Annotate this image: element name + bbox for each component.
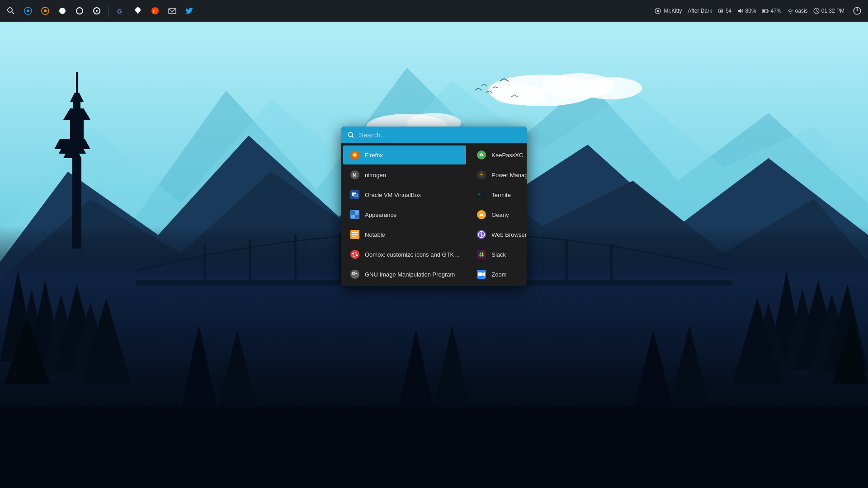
svg-point-113 [477, 210, 486, 219]
svg-point-126 [354, 256, 355, 257]
app-item-slack[interactable]: Slack [470, 245, 527, 264]
svg-rect-131 [482, 252, 483, 257]
app-item-notable[interactable]: Notable [343, 225, 466, 244]
svg-point-122 [350, 250, 359, 259]
svg-point-8 [579, 77, 642, 99]
taskbar-music[interactable]: Mr.Kitty – After Dark [655, 8, 712, 14]
taskbar-app-twitter[interactable] [182, 4, 197, 18]
wifi-value: oasis [795, 8, 808, 14]
svg-rect-31 [565, 239, 568, 280]
taskbar-app-email[interactable] [165, 4, 179, 18]
app-name-notable: Notable [365, 231, 385, 238]
svg-rect-129 [479, 255, 484, 256]
app-item-keepassxc[interactable]: KeePassXC [470, 145, 527, 164]
app-item-oomox[interactable]: Oomox: customize icons and GTK… [343, 245, 466, 264]
svg-marker-82 [738, 9, 741, 13]
app-name-power-manager: Power Manager [491, 172, 527, 178]
svg-rect-128 [479, 253, 484, 254]
svg-line-89 [816, 11, 818, 12]
svg-rect-23 [203, 244, 206, 280]
svg-text:G: G [117, 8, 122, 15]
taskbar-app-google[interactable]: G [113, 4, 128, 18]
svg-point-56 [8, 8, 12, 12]
battery-value: 47% [771, 8, 782, 14]
web-browser-icon [476, 229, 487, 240]
svg-point-98 [481, 155, 482, 156]
app-item-zoom[interactable]: Zoom [470, 265, 527, 284]
keepassxc-icon [476, 150, 487, 160]
taskbar-search-button[interactable] [4, 4, 18, 18]
music-icon [655, 8, 661, 14]
svg-rect-135 [478, 272, 482, 276]
taskbar-app-settings1[interactable] [21, 4, 35, 18]
gimp-icon [349, 269, 360, 280]
app-item-gimp[interactable]: GNU Image Manipulation Program [343, 265, 466, 284]
svg-point-133 [352, 272, 355, 275]
taskbar-wifi: oasis [787, 8, 808, 14]
svg-rect-12 [72, 158, 81, 249]
svg-point-123 [352, 253, 354, 254]
app-name-gimp: GNU Image Manipulation Program [365, 271, 455, 278]
svg-rect-16 [70, 117, 84, 145]
app-item-geany[interactable]: Geany [470, 205, 527, 224]
svg-rect-85 [763, 10, 765, 12]
svg-point-86 [789, 13, 790, 14]
app-item-appearance[interactable]: Appearance [343, 205, 466, 224]
app-name-oomox: Oomox: customize icons and GTK… [365, 251, 460, 258]
taskbar-volume[interactable]: 80% [737, 8, 756, 14]
app-item-power-manager[interactable]: Power Manager [470, 165, 527, 184]
app-item-firefox[interactable]: Firefox [343, 145, 466, 164]
firefox-icon [349, 150, 360, 160]
taskbar-battery: 47% [762, 8, 782, 14]
taskbar-app-settings2[interactable] [38, 4, 52, 18]
svg-line-57 [12, 12, 14, 14]
app-name-geany: Geany [491, 211, 509, 218]
cpu-icon [717, 8, 724, 14]
svg-rect-20 [76, 72, 78, 95]
svg-point-92 [348, 132, 352, 136]
volume-value: 80% [745, 8, 756, 14]
app-name-keepassxc: KeePassXC [491, 152, 523, 159]
svg-rect-24 [249, 239, 251, 280]
svg-rect-77 [720, 10, 722, 12]
svg-rect-18 [73, 99, 80, 120]
svg-point-62 [59, 8, 66, 14]
svg-rect-105 [354, 194, 358, 197]
taskbar-app-github[interactable] [131, 4, 145, 18]
oomox-icon [349, 249, 360, 260]
cpu-value: 54 [726, 8, 731, 14]
app-name-slack: Slack [491, 251, 506, 258]
taskbar-app-circle2[interactable] [90, 4, 104, 18]
volume-icon [737, 8, 744, 14]
app-name-termite: Termite [491, 192, 511, 198]
app-item-web-browser[interactable]: Web Browser [470, 225, 527, 244]
power-icon [853, 6, 862, 15]
svg-point-125 [356, 254, 358, 256]
launcher-search-input[interactable] [359, 131, 520, 139]
svg-rect-127 [477, 250, 486, 259]
app-item-termite[interactable]: $_ Termite [470, 185, 527, 204]
svg-text:N: N [353, 173, 356, 178]
app-item-nitrogen[interactable]: N nitrogen [343, 165, 466, 184]
svg-rect-32 [610, 244, 613, 280]
taskbar-app-dot1[interactable] [55, 4, 70, 18]
svg-rect-112 [355, 215, 359, 218]
svg-text:$_: $_ [478, 193, 482, 197]
virtualbox-icon [349, 189, 360, 200]
svg-rect-116 [352, 232, 358, 233]
svg-rect-118 [352, 236, 356, 237]
app-name-web-browser: Web Browser [491, 231, 527, 238]
svg-point-69 [136, 13, 137, 14]
app-item-virtualbox[interactable]: Oracle VM VirtualBox [343, 185, 466, 204]
taskbar-power-button[interactable] [850, 4, 864, 18]
nitrogen-icon: N [349, 169, 360, 180]
wifi-icon [787, 8, 793, 14]
taskbar-app-reddit[interactable]: r [148, 4, 162, 18]
svg-rect-84 [768, 10, 769, 12]
svg-rect-55 [0, 407, 868, 488]
clock-value: 01:32 PM [821, 8, 844, 14]
slack-icon [476, 249, 487, 260]
launcher-apps-grid: Firefox KeePassXC N nitrogen [341, 143, 527, 286]
taskbar-app-circle1[interactable] [72, 4, 87, 18]
svg-point-65 [96, 10, 98, 12]
